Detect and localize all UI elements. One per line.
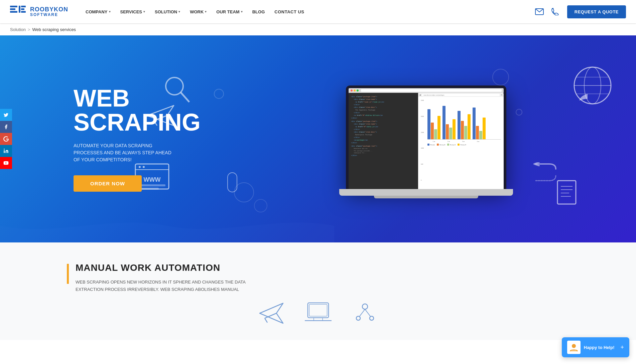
hero-title-line2: SCRAPING [74,110,174,134]
svg-rect-35 [307,303,328,318]
social-linkedin[interactable] [0,145,12,157]
email-icon[interactable] [534,6,545,17]
accent-bar [67,264,69,284]
section-nodes-icon [352,300,378,327]
hero-section: WEB SCRAPING AUTOMATE YOUR DATA SCRAPING… [0,35,636,242]
hero-title-line1: WEB [74,86,174,110]
svg-rect-3 [19,6,20,13]
svg-rect-38 [313,318,323,321]
nav-work[interactable]: WORK ▾ [186,7,211,17]
nav-blog[interactable]: BLOG [248,7,269,17]
svg-rect-1 [10,8,15,10]
social-twitter[interactable] [0,109,12,121]
request-quote-button[interactable]: REQUEST A QUOTE [567,5,626,18]
section-plane-icon [258,300,285,327]
breadcrumb: Solution > Web scraping services [0,23,636,35]
nav-solution[interactable]: SOLUTION ▾ [151,7,184,17]
svg-rect-36 [309,305,327,317]
chevron-down-icon: ▾ [109,10,111,13]
logo[interactable]: ROOBYKON SOFTWARE [10,5,68,18]
svg-point-40 [356,316,360,320]
hero-wave [0,209,334,242]
svg-line-34 [265,318,267,323]
svg-marker-32 [260,303,283,323]
main-nav: COMPANY ▾ SERVICES ▾ SOLUTION ▾ WORK ▾ O… [82,7,531,17]
nav-services[interactable]: SERVICES ▾ [116,7,149,17]
hero-subtitle: AUTOMATE YOUR DATA SCRAPING PROCESSES AN… [74,142,174,163]
chevron-down-icon: ▾ [205,10,207,13]
svg-rect-4 [21,6,26,7]
section-laptop-icon [305,300,332,327]
chevron-down-icon: ▾ [178,10,180,13]
nav-contact-us[interactable]: CONTACT US [270,7,308,17]
section-accent: MANUAL WORK AUTOMATION WEB SCRAPING OPEN… [67,262,569,293]
svg-rect-5 [21,8,24,10]
social-google[interactable] [0,133,12,145]
social-sidebar [0,109,12,169]
breadcrumb-current: Web scraping services [32,27,76,32]
svg-line-42 [360,309,365,316]
section-text: WEB SCRAPING OPENS NEW HORIZONS IN IT SP… [76,279,263,293]
breadcrumb-parent[interactable]: Solution [10,27,26,32]
below-section: MANUAL WORK AUTOMATION WEB SCRAPING OPEN… [0,242,636,340]
nav-company[interactable]: COMPANY ▾ [82,7,114,17]
chart-panel: ◀ www.discovernelper.com/packages ✕ 2500… [418,93,503,191]
section-icons [67,300,569,327]
svg-point-8 [4,149,5,150]
hero-title: WEB SCRAPING [74,86,174,134]
chevron-down-icon: ▾ [241,10,243,13]
svg-rect-0 [10,6,17,7]
chat-widget[interactable]: Happy to Help! + [562,337,629,340]
breadcrumb-separator: > [28,27,30,32]
logo-brand: ROOBYKON [30,6,68,13]
order-now-button[interactable]: ORDER NOW [74,175,142,192]
laptop-mockup: <div class="package-item"> <div class="i… [346,85,513,206]
social-youtube[interactable] [0,157,12,169]
social-facebook[interactable] [0,121,12,133]
section-title: MANUAL WORK AUTOMATION [76,262,263,273]
svg-line-43 [365,309,370,316]
svg-rect-6 [21,11,26,13]
logo-sub: SOFTWARE [30,13,68,17]
code-panel: <div class="package-item"> <div class="i… [349,93,418,191]
nav-our-team[interactable]: OUR TEAM ▾ [212,7,246,17]
header-icons [534,6,560,17]
header: ROOBYKON SOFTWARE COMPANY ▾ SERVICES ▾ S… [0,0,636,23]
hero-content: WEB SCRAPING AUTOMATE YOUR DATA SCRAPING… [0,66,194,212]
svg-rect-2 [10,11,17,13]
svg-point-39 [362,304,368,309]
chevron-down-icon: ▾ [143,10,145,13]
phone-icon[interactable] [550,6,560,17]
logo-icon [10,5,27,18]
svg-point-41 [370,316,374,320]
